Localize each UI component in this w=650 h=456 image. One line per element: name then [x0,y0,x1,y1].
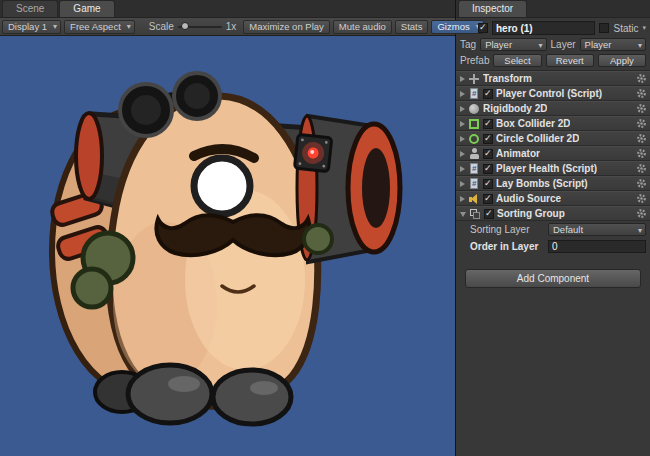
gear-icon[interactable] [636,148,647,159]
component-enabled-checkbox[interactable] [483,194,493,204]
script-icon [468,178,480,190]
sorting-layer-dropdown[interactable]: Default [548,223,646,236]
foldout-icon[interactable] [460,166,465,172]
maximize-on-play-button[interactable]: Maximize on Play [243,20,329,34]
gear-icon[interactable] [636,163,647,174]
foldout-icon[interactable] [460,121,465,127]
gear-icon[interactable] [636,103,647,114]
inspector-body: Static ▾ Tag Player Layer Player Prefab … [456,18,650,456]
static-label: Static [613,23,638,34]
foldout-icon[interactable] [460,76,465,82]
gear-icon[interactable] [636,118,647,129]
gameobject-name-field[interactable] [492,21,595,35]
component-label: Audio Source [496,193,561,204]
scale-group: Scale 1x [149,21,237,32]
layer-dropdown[interactable]: Player [580,38,646,51]
component-lay-bombs-script[interactable]: Lay Bombs (Script) [456,176,650,191]
component-enabled-checkbox[interactable] [483,164,493,174]
component-list: Transform Player Control (Script) Rigidb… [456,71,650,221]
component-enabled-checkbox[interactable] [484,209,494,219]
static-checkbox[interactable] [599,23,609,33]
game-view-toolbar: Display 1 Free Aspect Scale 1x Maximize … [0,18,455,36]
component-player-health-script[interactable]: Player Health (Script) [456,161,650,176]
character-boots [95,365,291,424]
bazooka-panel [294,134,331,171]
gear-icon[interactable] [636,178,647,189]
component-transform[interactable]: Transform [456,71,650,86]
component-circle-collider-2d[interactable]: Circle Collider 2D [456,131,650,146]
gameobject-active-checkbox[interactable] [478,23,488,33]
component-enabled-checkbox[interactable] [483,134,493,144]
script-icon [468,163,480,175]
gear-icon[interactable] [636,73,647,84]
component-label: Rigidbody 2D [483,103,547,114]
component-label: Transform [483,73,532,84]
component-player-control-script[interactable]: Player Control (Script) [456,86,650,101]
foldout-icon[interactable] [460,106,465,112]
animator-icon [468,148,480,160]
foldout-icon[interactable] [460,91,465,97]
component-audio-source[interactable]: Audio Source [456,191,650,206]
tab-inspector[interactable]: Inspector [458,0,527,17]
game-character [0,36,455,456]
tab-game[interactable]: Game [59,0,114,17]
prefab-revert-button[interactable]: Revert [546,54,594,67]
add-component-button[interactable]: Add Component [465,269,641,288]
tab-scene[interactable]: Scene [2,0,58,17]
box-collider-icon [468,118,480,130]
component-label: Animator [496,148,540,159]
game-pane-tabbar: Scene Game [0,0,455,18]
inspector-tabbar: Inspector [456,0,650,18]
tag-label: Tag [460,39,476,50]
aspect-dropdown[interactable]: Free Aspect [64,20,135,34]
component-enabled-checkbox[interactable] [483,179,493,189]
transform-icon [468,73,480,85]
static-options-arrow-icon[interactable]: ▾ [642,24,646,32]
display-dropdown[interactable]: Display 1 [2,20,61,34]
order-in-layer-row: Order in Layer [456,238,650,255]
component-label: Circle Collider 2D [496,133,579,144]
gear-icon[interactable] [636,208,647,219]
foldout-icon[interactable] [460,212,466,217]
sorting-group-icon [469,208,481,220]
unity-editor-window: Scene Game Display 1 Free Aspect Scale 1… [0,0,650,456]
prefab-select-button[interactable]: Select [493,54,541,67]
component-label: Player Control (Script) [496,88,602,99]
gear-icon[interactable] [636,193,647,204]
foldout-icon[interactable] [460,151,465,157]
gear-icon[interactable] [636,88,647,99]
component-enabled-checkbox[interactable] [483,149,493,159]
tag-layer-row: Tag Player Layer Player [460,38,646,51]
component-box-collider-2d[interactable]: Box Collider 2D [456,116,650,131]
stats-button[interactable]: Stats [395,20,429,34]
scale-slider[interactable] [178,26,222,28]
script-icon [468,88,480,100]
layer-label: Layer [551,39,576,50]
foldout-icon[interactable] [460,181,465,187]
component-sorting-group[interactable]: Sorting Group [456,206,650,221]
component-label: Sorting Group [497,208,565,219]
component-enabled-checkbox[interactable] [483,119,493,129]
tag-dropdown[interactable]: Player [480,38,546,51]
order-in-layer-field[interactable] [548,240,646,253]
foldout-icon[interactable] [460,136,465,142]
component-animator[interactable]: Animator [456,146,650,161]
scale-slider-knob[interactable] [181,22,189,30]
component-enabled-checkbox[interactable] [483,89,493,99]
component-rigidbody-2d[interactable]: Rigidbody 2D [456,101,650,116]
rigidbody-icon [468,103,480,115]
sorting-layer-label: Sorting Layer [470,224,544,235]
gear-icon[interactable] [636,133,647,144]
scale-value: 1x [226,21,237,32]
sorting-layer-row: Sorting Layer Default [456,221,650,238]
mute-audio-button[interactable]: Mute audio [333,20,392,34]
prefab-apply-button[interactable]: Apply [598,54,646,67]
gizmos-button[interactable]: Gizmos [431,20,483,34]
monocle-eye [194,158,250,214]
circle-collider-icon [468,133,480,145]
game-viewport[interactable] [0,36,455,456]
prefab-label: Prefab [460,55,489,66]
game-pane: Scene Game Display 1 Free Aspect Scale 1… [0,0,455,456]
component-label: Player Health (Script) [496,163,597,174]
foldout-icon[interactable] [460,196,465,202]
